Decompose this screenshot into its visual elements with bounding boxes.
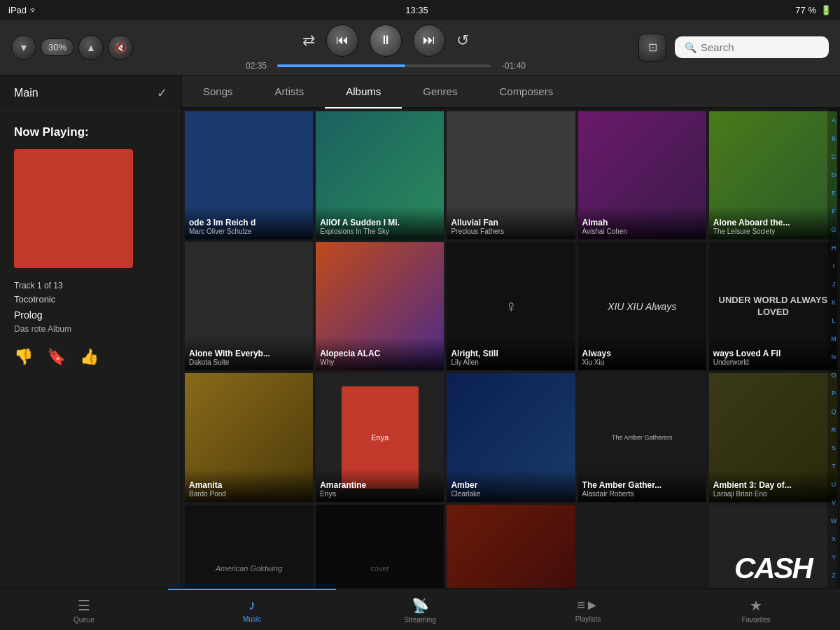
album-card[interactable]: XIU XIU Always Always Xiu Xiu xyxy=(578,242,706,370)
album-card[interactable]: Amanita Bardo Pond xyxy=(185,373,313,501)
album-card[interactable]: UNDER WORLD ALWAYS LOVED ways Loved A Fi… xyxy=(709,242,837,370)
tab-composers[interactable]: Composers xyxy=(478,76,574,108)
thumbs-up-button[interactable]: 👍 xyxy=(80,348,99,366)
tab-genres[interactable]: Genres xyxy=(402,76,478,108)
album-title: Almah xyxy=(582,218,702,227)
airplay-button[interactable]: ⊡ xyxy=(638,34,666,62)
volume-up-icon: ▲ xyxy=(86,42,96,53)
album-title: Amber xyxy=(451,480,570,490)
album-cover xyxy=(447,505,575,588)
album-card[interactable]: Alopecia ALAC Why xyxy=(316,242,444,370)
album-overlay: Almah Avishai Cohen xyxy=(578,206,706,239)
album-overlay: The Amber Gather... Alasdair Roberts xyxy=(578,469,706,502)
alpha-x[interactable]: X xyxy=(832,536,836,543)
album-card[interactable]: Alone Aboard the... The Leisure Society xyxy=(709,111,837,239)
album-card[interactable]: cover xyxy=(316,505,444,588)
sidebar-item-main[interactable]: Main ✓ xyxy=(0,76,181,111)
thumbs-down-button[interactable]: 👎 xyxy=(14,348,33,366)
album-card[interactable]: Ambient 3: Day of... Laraaji Brian Eno xyxy=(709,373,837,501)
album-card[interactable]: Enya Amarantine Enya xyxy=(316,373,444,501)
album-title: ways Loved A Fil xyxy=(713,349,833,358)
alpha-k[interactable]: K xyxy=(832,299,836,307)
nav-queue[interactable]: ☰ Queue xyxy=(0,589,168,630)
main-layout: Main ✓ Now Playing: Track 1 of 13 Tocotr… xyxy=(0,76,840,588)
album-card[interactable]: The Amber Gatherers The Amber Gather... … xyxy=(578,373,706,501)
album-overlay: AllOf A Sudden I Mi. Explosions In The S… xyxy=(316,206,444,239)
album-overlay: Alopecia ALAC Why xyxy=(316,337,444,370)
nav-playlists[interactable]: ≡► Playlists xyxy=(504,589,672,630)
alpha-i[interactable]: I xyxy=(833,262,835,270)
album-card[interactable]: AllOf A Sudden I Mi. Explosions In The S… xyxy=(316,111,444,239)
now-playing-label: Now Playing: xyxy=(14,125,89,139)
progress-track[interactable] xyxy=(277,64,491,67)
bookmark-button[interactable]: 🔖 xyxy=(47,348,66,366)
alpha-j[interactable]: J xyxy=(832,281,836,288)
album-overlay: Amanita Bardo Pond xyxy=(185,469,313,502)
album-overlay: Always Xiu Xiu xyxy=(578,337,706,370)
album-card[interactable]: ♀ Alright, Still Lily Allen xyxy=(447,242,575,370)
alpha-e[interactable]: E xyxy=(832,190,836,197)
album-card[interactable] xyxy=(578,505,706,588)
alpha-h[interactable]: H xyxy=(832,244,836,252)
alpha-f[interactable]: F xyxy=(832,208,836,216)
album-title: AllOf A Sudden I Mi. xyxy=(320,218,440,227)
sidebar-check-icon: ✓ xyxy=(157,85,167,101)
alpha-v[interactable]: V xyxy=(832,499,836,507)
nav-music[interactable]: ♪ Music xyxy=(168,589,336,630)
alpha-n[interactable]: N xyxy=(832,354,836,361)
alpha-r[interactable]: R xyxy=(832,426,836,434)
album-card-cash[interactable]: CASH xyxy=(709,505,837,588)
album-card[interactable]: Alluvial Fan Precious Fathers xyxy=(447,111,575,239)
album-card[interactable]: American Cash Johnny Cash xyxy=(447,505,575,588)
volume-percent: 30% xyxy=(41,38,74,56)
transport-buttons: ⇄ ⏮ ⏸ ⏭ ↺ xyxy=(302,24,469,57)
volume-up-button[interactable]: ▲ xyxy=(78,35,104,60)
prev-button[interactable]: ⏮ xyxy=(326,24,358,57)
alpha-l[interactable]: L xyxy=(832,317,835,325)
alpha-g[interactable]: G xyxy=(831,226,836,234)
alpha-a[interactable]: A xyxy=(832,117,836,125)
alpha-o[interactable]: O xyxy=(831,372,836,379)
album-card[interactable]: American Goldwing American Goldwing xyxy=(185,505,313,588)
mute-button[interactable]: 🔇 xyxy=(108,35,133,60)
volume-down-button[interactable]: ▼ xyxy=(11,35,36,60)
next-button[interactable]: ⏭ xyxy=(413,24,445,57)
prev-icon: ⏮ xyxy=(336,33,349,48)
alphabet-scroller[interactable]: A B C D E F G H I J K L M N O P Q R S T xyxy=(827,108,840,588)
alpha-t[interactable]: T xyxy=(832,463,836,470)
album-card[interactable]: ode 3 Im Reich d Marc Oliver Schulze xyxy=(185,111,313,239)
tab-songs[interactable]: Songs xyxy=(182,76,254,108)
repeat-button[interactable]: ↺ xyxy=(456,31,469,50)
status-bar: iPad ᯤ 13:35 77 % 🔋 xyxy=(0,0,840,20)
album-artist: Laraaji Brian Eno xyxy=(713,490,833,498)
alpha-b[interactable]: B xyxy=(832,135,836,143)
play-pause-button[interactable]: ⏸ xyxy=(370,24,402,57)
tab-albums[interactable]: Albums xyxy=(325,76,402,108)
alpha-p[interactable]: P xyxy=(832,390,836,398)
nav-streaming[interactable]: 📡 Streaming xyxy=(336,589,504,630)
search-input[interactable] xyxy=(701,41,819,53)
alpha-m[interactable]: M xyxy=(831,335,836,343)
album-card[interactable]: Amber Clearlake xyxy=(447,373,575,501)
alpha-z[interactable]: Z xyxy=(832,572,836,580)
tab-artists[interactable]: Artists xyxy=(254,76,326,108)
album-overlay: Amarantine Enya xyxy=(316,469,444,502)
album-card[interactable]: Almah Avishai Cohen xyxy=(578,111,706,239)
transport-controls: ⇄ ⏮ ⏸ ⏭ ↺ 02:35 -01:40 xyxy=(141,24,630,71)
alpha-s[interactable]: S xyxy=(832,444,836,452)
alpha-y[interactable]: Y xyxy=(832,554,836,561)
nav-queue-label: Queue xyxy=(74,616,94,624)
now-playing-artist: Tocotronic xyxy=(14,293,71,307)
now-playing-section: Now Playing: Track 1 of 13 Tocotronic Pr… xyxy=(0,111,181,588)
alpha-w[interactable]: W xyxy=(831,517,837,525)
album-artist: Underworld xyxy=(713,358,833,366)
album-title: Alone Aboard the... xyxy=(713,218,833,227)
alpha-u[interactable]: U xyxy=(832,481,836,489)
nav-favorites[interactable]: ★ Favorites xyxy=(672,589,840,630)
alpha-q[interactable]: Q xyxy=(831,408,836,416)
album-card[interactable]: Alone With Everyb... Dakota Suite xyxy=(185,242,313,370)
alpha-c[interactable]: C xyxy=(832,153,836,161)
alpha-d[interactable]: D xyxy=(832,172,836,179)
shuffle-button[interactable]: ⇄ xyxy=(302,31,315,50)
search-box[interactable]: 🔍 xyxy=(675,36,829,58)
